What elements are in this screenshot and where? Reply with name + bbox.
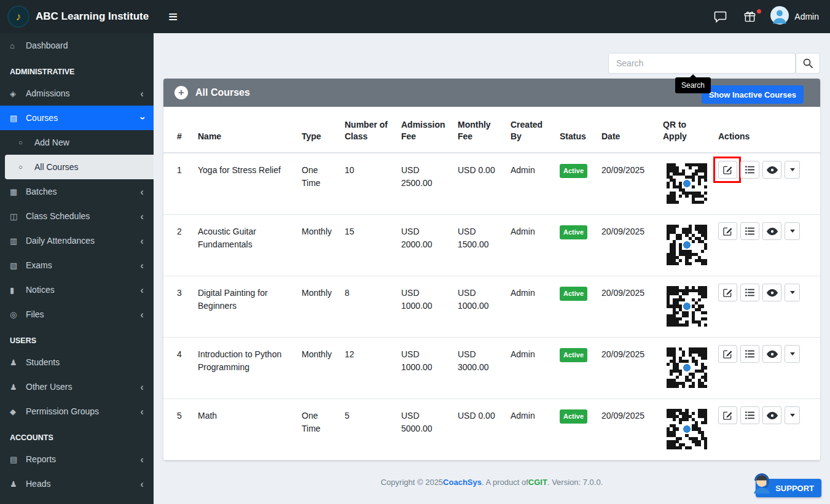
chevron-left-icon: ‹ [140,285,144,295]
view-course-button[interactable] [762,284,781,301]
view-course-button[interactable] [762,161,781,179]
edit-icon [723,349,732,359]
sidebar-item-all-courses[interactable]: ○ All Courses [5,155,154,179]
more-actions-button[interactable] [785,406,800,424]
qr-code [663,282,711,330]
files-icon: ◎ [10,310,26,319]
caret-down-icon [790,291,795,294]
sidebar-item-batches[interactable]: ▦ Batches ‹ [0,179,154,204]
sidebar-item-daily-attendances[interactable]: ▥ Daily Attendances ‹ [0,228,154,253]
more-actions-button[interactable] [785,345,800,363]
sidebar-item-courses[interactable]: ▤ Courses ‹ [0,106,154,130]
view-course-button[interactable] [762,406,781,424]
table-row: 1 Yoga for Stress Relief One Time 10 USD… [163,153,820,215]
cell-actions [718,215,820,276]
cell-date: 20/09/2025 [601,276,663,337]
cell-actions [718,276,820,337]
brand[interactable]: ♪ ABC Learning Institute [0,0,154,33]
cell-qr [663,215,718,276]
more-actions-button[interactable] [785,222,800,240]
col-qr-to-apply: QR to Apply [663,107,718,152]
chevron-left-icon: ‹ [140,454,144,465]
show-inactive-courses-button[interactable]: Show Inactive Courses [702,85,804,104]
list-icon [745,227,754,235]
edit-course-button[interactable] [718,161,737,179]
sidebar-item-admissions[interactable]: ◈ Admissions ‹ [0,81,154,106]
coachsys-link[interactable]: CoachSys [443,478,482,487]
eye-icon [767,412,778,419]
qr-code [663,405,711,453]
edit-course-button[interactable] [718,406,737,424]
plus-icon: + [178,87,184,98]
cell-admission-fee: USD 2500.00 [401,153,458,214]
search-icon [803,58,813,68]
sidebar: ⌂ Dashboard ADMINISTRATIVE ◈ Admissions … [0,33,154,504]
search-button[interactable] [796,53,820,74]
sidebar-item-notices[interactable]: ▮ Notices ‹ [0,277,154,302]
sidebar-item-dashboard[interactable]: ⌂ Dashboard [0,33,154,58]
sidebar-item-add-new[interactable]: ○ Add New [0,130,154,155]
cgit-link[interactable]: CGIT [528,478,547,487]
cell-classes: 10 [345,153,401,214]
edit-course-button[interactable] [718,222,737,240]
batches-icon: ▦ [10,187,26,196]
course-details-button[interactable] [740,345,759,363]
list-icon [745,411,754,419]
more-actions-button[interactable] [785,161,800,179]
cell-qr [663,399,718,460]
col-status: Status [560,107,601,152]
cell-created-by: Admin [511,399,560,460]
user-menu[interactable]: Admin [770,6,819,27]
cell-type: One Time [302,399,345,460]
edit-course-button[interactable] [718,345,737,363]
sidebar-item-heads[interactable]: ♟ Heads ‹ [0,471,154,496]
messages-button[interactable] [711,9,729,25]
sidebar-toggle-button[interactable]: ≡ [163,7,182,26]
chevron-left-icon: ‹ [140,88,144,99]
support-button[interactable]: SUPPORT [756,479,821,497]
sidebar-item-files[interactable]: ◎ Files ‹ [0,302,154,327]
calendar-icon: ◫ [10,212,26,221]
rewards-button[interactable] [742,9,758,25]
course-details-button[interactable] [740,161,759,179]
dashboard-icon: ⌂ [10,41,26,50]
col-admission-fee: Admission Fee [401,107,458,152]
sidebar-item-reports[interactable]: ▤ Reports ‹ [0,447,154,471]
navbar-right: Admin [711,6,830,27]
col-created-by: Created By [511,107,560,152]
view-course-button[interactable] [762,222,781,240]
sidebar-item-other-users[interactable]: ♟ Other Users ‹ [0,374,154,399]
cell-classes: 8 [345,276,401,337]
cell-type: Monthly [302,338,345,398]
circle-icon: ○ [18,139,34,146]
chevron-left-icon: ‹ [140,309,144,320]
more-actions-button[interactable] [785,284,800,301]
attendance-icon: ▥ [10,236,26,246]
edit-course-button[interactable] [718,284,737,301]
view-course-button[interactable] [762,345,781,363]
top-navbar: ♪ ABC Learning Institute ≡ Admin [0,0,830,33]
brand-title: ABC Learning Institute [36,10,149,23]
caret-down-icon [790,414,795,417]
sidebar-item-permission-groups[interactable]: ◆ Permission Groups ‹ [0,399,154,424]
search-input[interactable] [608,53,796,74]
course-details-button[interactable] [740,284,759,301]
col-number: # [177,107,198,152]
cell-name: Digital Painting for Beginners [198,276,302,337]
sidebar-item-exams[interactable]: ▧ Exams ‹ [0,253,154,277]
card-title: All Courses [195,87,250,98]
reports-icon: ▤ [10,455,26,464]
eye-icon [767,351,778,358]
cell-type: Monthly [302,215,345,276]
cell-name: Math [198,399,302,460]
users-icon: ♟ [10,382,26,392]
course-details-button[interactable] [740,222,759,240]
col-date: Date [601,107,663,152]
course-details-button[interactable] [740,406,759,424]
brand-logo-icon: ♪ [7,6,29,28]
cell-qr [663,338,718,398]
status-badge: Active [560,348,587,362]
sidebar-item-class-schedules[interactable]: ◫ Class Schedules ‹ [0,204,154,228]
add-course-button[interactable]: + [174,86,188,99]
sidebar-item-students[interactable]: ♟ Students [0,350,154,374]
